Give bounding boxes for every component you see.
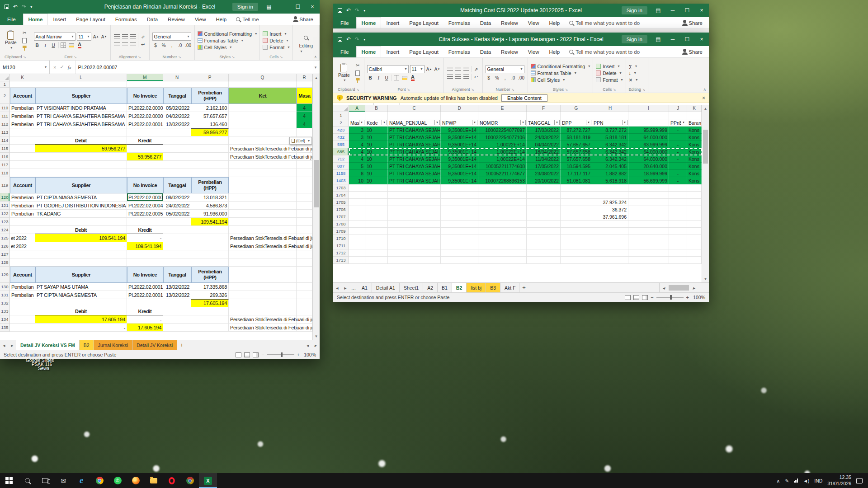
- minimize-button[interactable]: ─: [665, 4, 680, 17]
- fill-color-button[interactable]: [401, 75, 408, 81]
- redo-icon[interactable]: ↷: [22, 4, 26, 10]
- cell-H685[interactable]: 6.342.342: [592, 148, 628, 155]
- cell-C585[interactable]: PT TRI CAHAYA SEJAHTE: [388, 141, 441, 148]
- taskbar-button-firefox[interactable]: [127, 473, 145, 488]
- cell-N126[interactable]: [163, 242, 191, 250]
- normal-view-icon[interactable]: [236, 352, 241, 357]
- column-header-C[interactable]: C: [388, 105, 441, 112]
- taskbar-button-file-explorer[interactable]: [145, 473, 163, 488]
- cell-J1711[interactable]: [669, 242, 687, 249]
- wrap-text-button[interactable]: ↩: [473, 74, 480, 80]
- cell-D1711[interactable]: [441, 242, 478, 249]
- cell-G1707[interactable]: [561, 213, 592, 221]
- cell-L2[interactable]: Supplier: [35, 88, 127, 104]
- cell-M131[interactable]: PI.2022.02.00017: [127, 291, 163, 299]
- cell-L121[interactable]: PT GODREJ DISTRIBUTION INDONESIA: [35, 202, 127, 210]
- filter-dropdown-icon[interactable]: ▾: [472, 120, 477, 125]
- cell-E2[interactable]: NOMOR▾: [478, 119, 527, 127]
- cell-P2[interactable]: Pembelian (HPP): [191, 88, 229, 104]
- cell-B1713[interactable]: [365, 257, 388, 264]
- dialog-launcher-icon[interactable]: ↘: [565, 88, 568, 92]
- spreadsheet-grid[interactable]: ABCDEFGHIJK 12Masa▾Kode▾NAMA_PENJUAL▾NPW…: [333, 105, 702, 282]
- cell-B1[interactable]: [365, 112, 388, 119]
- cell-M116[interactable]: 59.956.277: [127, 153, 163, 161]
- ribbon-tab-file[interactable]: File: [333, 46, 356, 57]
- row-header-114[interactable]: 114: [0, 136, 10, 145]
- ribbon-tab-view[interactable]: View: [190, 14, 211, 25]
- cell-J1704[interactable]: [669, 192, 687, 199]
- cell-I712[interactable]: 64.000.000: [628, 155, 669, 163]
- cell-K1712[interactable]: [687, 249, 702, 257]
- cell-P119[interactable]: Pembelian (HPP): [191, 177, 229, 193]
- close-button[interactable]: ×: [694, 4, 709, 17]
- cell-P128[interactable]: [191, 258, 229, 267]
- cell-L123[interactable]: [35, 218, 127, 226]
- cell-R117[interactable]: [297, 161, 312, 169]
- font-name-select[interactable]: Arial Narrow▾: [34, 33, 75, 41]
- cell-K111[interactable]: Pembelian: [10, 112, 35, 120]
- cell-A1706[interactable]: [349, 206, 365, 213]
- cell-A1712[interactable]: [349, 249, 365, 257]
- cell-C1158[interactable]: PT TRI CAHAYA SEJAHTE: [388, 170, 441, 177]
- cell-A807[interactable]: 5: [349, 163, 365, 170]
- cell-N114[interactable]: [163, 136, 191, 145]
- cell-P118[interactable]: [191, 169, 229, 177]
- ribbon-tab-data[interactable]: Data: [475, 46, 496, 57]
- cell-Q125[interactable]: Persediaan StokTersedia di Febuari di ju…: [229, 234, 297, 242]
- cell-R111[interactable]: 4: [297, 112, 312, 120]
- cell-F1403[interactable]: 20/10/2022: [527, 177, 561, 184]
- cell-A1710[interactable]: [349, 235, 365, 242]
- scroll-left-icon[interactable]: ◂: [303, 340, 311, 350]
- cell-H1703[interactable]: [592, 184, 628, 192]
- italic-button[interactable]: I: [375, 75, 382, 81]
- ribbon-tab-view[interactable]: View: [523, 17, 544, 28]
- row-header-1712[interactable]: 1712: [333, 249, 349, 257]
- cell-I1704[interactable]: [628, 192, 669, 199]
- cell-H807[interactable]: 2.045.405: [592, 163, 628, 170]
- cell-K124[interactable]: [10, 226, 35, 234]
- cell-H712[interactable]: 6.342.342: [592, 155, 628, 163]
- cell-P133[interactable]: [191, 307, 229, 315]
- vertical-scrollbar[interactable]: ▲ ▼: [702, 105, 709, 282]
- cell-L130[interactable]: PT SAYAP MAS UTAMA: [35, 283, 127, 291]
- cell-K1704[interactable]: [687, 192, 702, 199]
- cell-L128[interactable]: [35, 258, 127, 267]
- scroll-left-icon[interactable]: ◂: [660, 285, 668, 291]
- cell-D1705[interactable]: [441, 199, 478, 206]
- cell-I1709[interactable]: [628, 228, 669, 235]
- cell-J1710[interactable]: [669, 235, 687, 242]
- collapse-ribbon-icon[interactable]: ∧: [314, 55, 317, 59]
- cell-K2[interactable]: Account: [10, 88, 35, 104]
- taskbar-clock[interactable]: 12.35 31/01/2026: [827, 474, 851, 486]
- cell-L114[interactable]: Debit: [35, 136, 127, 145]
- cell-E585[interactable]: 1,00022E+14: [478, 141, 527, 148]
- scroll-right-icon[interactable]: ▸: [690, 285, 698, 291]
- cell-J1703[interactable]: [669, 184, 687, 192]
- row-header-1158[interactable]: 1158: [333, 170, 349, 177]
- cell-styles-button[interactable]: Cell Styles▾: [198, 45, 257, 50]
- align-middle-button[interactable]: [455, 66, 462, 72]
- cell-K115[interactable]: [10, 145, 35, 153]
- ribbon-tab-formulas[interactable]: Formulas: [110, 14, 142, 25]
- dialog-launcher-icon[interactable]: ↘: [642, 88, 646, 92]
- page-layout-view-icon[interactable]: [244, 352, 250, 357]
- cell-K117[interactable]: [10, 161, 35, 169]
- cell-J712[interactable]: -: [669, 155, 687, 163]
- orientation-button[interactable]: ⇗: [140, 33, 146, 40]
- cell-D712[interactable]: 9,35001E+14: [441, 155, 478, 163]
- column-header-J[interactable]: J: [669, 105, 687, 112]
- cell-K1705[interactable]: [687, 199, 702, 206]
- align-top-button[interactable]: [447, 66, 453, 72]
- ribbon-tab-review[interactable]: Review: [163, 14, 190, 25]
- align-center-button[interactable]: [122, 41, 128, 47]
- cell-J2[interactable]: PPnBN▾: [669, 119, 687, 127]
- comma-style-button[interactable]: ,: [169, 42, 175, 48]
- row-header-128[interactable]: 128: [0, 258, 10, 267]
- row-header-1703[interactable]: 1703: [333, 184, 349, 192]
- row-header-117[interactable]: 117: [0, 161, 10, 169]
- column-header-F[interactable]: F: [527, 105, 561, 112]
- cell-C1705[interactable]: [388, 199, 441, 206]
- ribbon-tab-insert[interactable]: Insert: [381, 17, 404, 28]
- cell-M126[interactable]: 109.541.194: [127, 242, 163, 250]
- cell-L118[interactable]: [35, 169, 127, 177]
